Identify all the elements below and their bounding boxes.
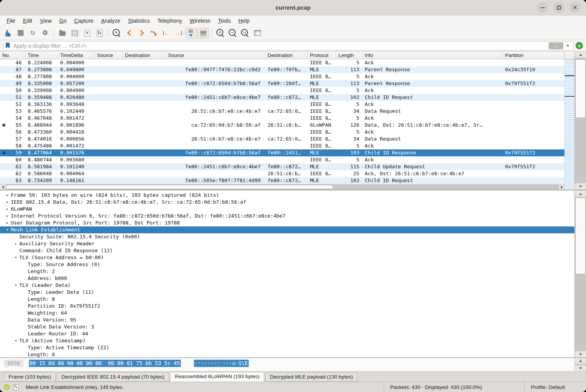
go-back-button[interactable] bbox=[123, 28, 135, 39]
collapsed-arrow-icon[interactable]: ▸ bbox=[12, 240, 19, 247]
packet-row-53[interactable]: 538.4655760.10244026:51:c6:b7:e8:ce:4b:e… bbox=[0, 108, 564, 115]
menu-help[interactable]: Help bbox=[235, 17, 253, 25]
packet-row-63[interactable]: 638.7342090.148161fe80::505e:f807:7f81:4… bbox=[0, 177, 564, 184]
packet-list-vscrollbar[interactable] bbox=[574, 52, 586, 189]
detail-line[interactable]: Weighting: 64 bbox=[0, 310, 574, 317]
expanded-arrow-icon[interactable]: ▾ bbox=[12, 337, 19, 344]
maximize-button[interactable] bbox=[553, 2, 564, 13]
display-filter-input[interactable] bbox=[12, 42, 546, 49]
menu-telephony[interactable]: Telephony bbox=[154, 17, 185, 25]
packet-row-62[interactable]: 628.5860480.00406426:51:c6:b…IEEE 8…25Ac… bbox=[0, 170, 564, 177]
detail-line[interactable]: Data Version: 95 bbox=[0, 317, 574, 323]
save-file-button[interactable] bbox=[69, 28, 81, 39]
restart-capture-button[interactable] bbox=[27, 28, 39, 39]
packet-row-61[interactable]: 618.5819840.101240fe80::2451:c6b7:e8ce:4… bbox=[0, 163, 564, 170]
menu-wireless[interactable]: Wireless bbox=[186, 17, 214, 25]
packet-row-58[interactable]: 588.4754880.001472IEEE 8…5Ack bbox=[0, 142, 564, 149]
capture-options-button[interactable] bbox=[39, 28, 51, 39]
detail-line[interactable]: Length: 2 bbox=[0, 268, 574, 275]
packet-row-50[interactable]: 508.3390080.004000IEEE 8…5Ack bbox=[0, 87, 564, 94]
expanded-arrow-icon[interactable]: ▾ bbox=[12, 254, 19, 261]
bytes-tab-reassembled-6lowpan-193-bytes-[interactable]: Reassembled 6LoWPAN (193 bytes) bbox=[170, 372, 264, 382]
expert-info-icon[interactable] bbox=[4, 384, 10, 390]
vscroll-thumb[interactable] bbox=[575, 59, 586, 118]
collapsed-arrow-icon[interactable]: ▸ bbox=[4, 192, 11, 199]
detail-line[interactable]: ▸Auxiliary Security Header bbox=[0, 240, 574, 247]
collapsed-arrow-icon[interactable]: ▸ bbox=[4, 206, 11, 213]
filter-dropdown-icon[interactable]: ▼ bbox=[566, 44, 571, 48]
resize-columns-button[interactable] bbox=[252, 28, 263, 39]
packet-row-54[interactable]: 548.4670480.001472IEEE 8…5Ack bbox=[0, 115, 564, 122]
detail-line[interactable]: Security Suite: 802.15.4 Security (0x00) bbox=[0, 233, 574, 240]
menu-go[interactable]: Go bbox=[56, 17, 70, 25]
detail-line[interactable]: ▾TLV (Source Address = b0:00) bbox=[0, 254, 574, 261]
packet-row-57[interactable]: 578.4740160.00065626:51:c6:b7:e8:ce:4b:e… bbox=[0, 136, 564, 142]
collapsed-arrow-icon[interactable]: ▸ bbox=[4, 213, 11, 219]
detail-line[interactable]: Type: Source Address (0) bbox=[0, 261, 574, 268]
packet-row-46[interactable]: 468.2240080.004000IEEE 8…5Ack bbox=[0, 59, 564, 66]
details-vscrollbar[interactable] bbox=[574, 191, 586, 357]
detail-line[interactable]: Stable Data Version: 3 bbox=[0, 323, 574, 330]
vscroll-up-arrow-icon[interactable] bbox=[575, 52, 586, 58]
bytes-tab-decrypted-ieee-802-15-4-payload-70-bytes-[interactable]: Decrypted IEEE 802.15.4 payload (70 byte… bbox=[57, 372, 169, 382]
packet-row-59[interactable]: 598.4770640.001576fe80::c872:650d:b7b8:5… bbox=[0, 149, 564, 156]
column-header-no[interactable]: No. bbox=[0, 52, 25, 59]
packet-row-60[interactable]: 608.4807440.003680IEEE 8…5Ack bbox=[0, 156, 564, 163]
bytes-tab-frame-103-bytes-[interactable]: Frame (103 bytes) bbox=[4, 372, 56, 382]
intelligent-scrollbar-minimap[interactable] bbox=[565, 59, 574, 189]
menu-analyze[interactable]: Analyze bbox=[98, 17, 124, 25]
menu-capture[interactable]: Capture bbox=[71, 17, 97, 25]
hscroll-right-arrow-icon[interactable] bbox=[559, 184, 564, 189]
wireshark-fin-button[interactable] bbox=[2, 28, 14, 39]
auto-scroll-button[interactable] bbox=[185, 28, 197, 39]
zoom-in-button[interactable] bbox=[215, 28, 226, 39]
detail-line[interactable]: ▾Mesh Link Establishment bbox=[0, 226, 574, 233]
details-scroll-thumb[interactable] bbox=[575, 198, 586, 274]
packet-row-49[interactable]: 498.3350080.057200fe80::c872:650d:b7b8:5… bbox=[0, 80, 564, 87]
detail-line[interactable]: ▸User Datagram Protocol, Src Port: 19788… bbox=[0, 219, 574, 226]
zoom-original-button[interactable] bbox=[239, 28, 251, 39]
menu-statistics[interactable]: Statistics bbox=[125, 17, 153, 25]
filter-add-button[interactable]: + bbox=[576, 42, 583, 49]
details-down-arrow-icon[interactable] bbox=[575, 351, 586, 357]
detail-line[interactable]: ▸Frame 59: 103 bytes on wire (824 bits),… bbox=[0, 192, 574, 199]
hex-ascii-highlighted[interactable]: ········ ···u·S\E bbox=[194, 360, 249, 367]
capture-comment-icon[interactable] bbox=[13, 384, 19, 390]
close-button[interactable]: ✕ bbox=[569, 2, 581, 13]
find-packet-button[interactable] bbox=[111, 28, 123, 39]
packet-row-55[interactable]: 558.4689440.001896ca:72:65:0d:b7:b8:56:a… bbox=[0, 122, 564, 129]
column-header-partition[interactable]: Partition bbox=[503, 52, 564, 59]
close-file-button[interactable] bbox=[81, 28, 93, 39]
bytes-down-arrow-icon[interactable] bbox=[575, 365, 586, 371]
column-header-source[interactable]: Source bbox=[95, 52, 123, 59]
column-header-destination[interactable]: Destination bbox=[265, 52, 308, 59]
packet-row-51[interactable]: 518.3594880.020480fe80::2451:c6b7:e8ce:4… bbox=[0, 94, 564, 101]
go-forward-button[interactable] bbox=[136, 28, 147, 39]
bytes-vscrollbar[interactable] bbox=[574, 358, 586, 371]
column-header-protocol[interactable]: Protocol bbox=[308, 52, 336, 59]
menu-file[interactable]: File bbox=[3, 17, 19, 25]
filter-apply-button[interactable]: → bbox=[549, 42, 563, 49]
column-header-time[interactable]: Time bbox=[25, 52, 58, 59]
column-header-source[interactable]: Source bbox=[166, 52, 265, 59]
detail-line[interactable]: Type: Leader Data (11) bbox=[0, 289, 574, 296]
stop-capture-button[interactable] bbox=[15, 28, 26, 39]
bytes-tab-decrypted-mle-payload-130-bytes-[interactable]: Decrypted MLE payload (130 bytes) bbox=[265, 372, 357, 382]
expanded-arrow-icon[interactable]: ▾ bbox=[4, 226, 11, 233]
menu-edit[interactable]: Edit bbox=[20, 17, 36, 25]
column-header-timedelta[interactable]: TimeDelta bbox=[58, 52, 95, 59]
status-profile[interactable]: Profile: Default bbox=[524, 382, 582, 392]
open-file-button[interactable] bbox=[57, 28, 68, 39]
detail-line[interactable]: ▸IEEE 802.15.4 Data, Dst: 26:51:c6:b7:e8… bbox=[0, 199, 574, 206]
expanded-arrow-icon[interactable]: ▾ bbox=[12, 282, 19, 289]
packet-row-56[interactable]: 568.4733600.004416IEEE 8…5Ack bbox=[0, 129, 564, 136]
column-header-info[interactable]: Info bbox=[362, 52, 503, 59]
collapsed-arrow-icon[interactable]: ▸ bbox=[4, 219, 11, 226]
detail-line[interactable]: Type: Active Timestamp (22) bbox=[0, 344, 574, 351]
first-packet-button[interactable] bbox=[160, 28, 172, 39]
packet-row-47[interactable]: 478.2738080.049800fe80::947f:f476:22bc:c… bbox=[0, 66, 564, 73]
bytes-up-arrow-icon[interactable] bbox=[575, 358, 586, 364]
packet-list-hscrollbar[interactable] bbox=[0, 184, 564, 189]
hex-row[interactable]: 0030 00 15 0d 00 00 00 00 00 00 00 01 75… bbox=[0, 358, 574, 371]
detail-line[interactable]: ▾TLV (Active Timestamp) bbox=[0, 337, 574, 344]
